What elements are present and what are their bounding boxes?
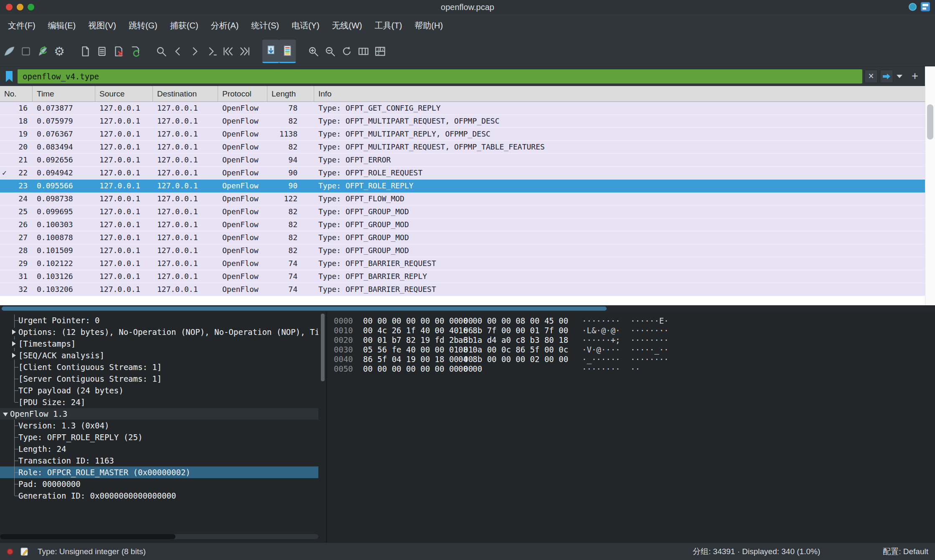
scrollbar-thumb[interactable] — [0, 534, 175, 539]
menu-capture[interactable]: 捕获(C) — [164, 14, 205, 37]
menu-telephony[interactable]: 电话(Y) — [285, 14, 326, 37]
packet-row[interactable]: 26 0.100303 127.0.0.1 127.0.0.1 OpenFlow… — [0, 218, 925, 231]
menu-analyze[interactable]: 分析(A) — [205, 14, 245, 37]
number-columns-button[interactable]: 123 — [372, 40, 389, 63]
detail-row[interactable]: Options: (12 bytes), No-Operation (NOP),… — [0, 326, 318, 338]
zoom-out-button[interactable] — [322, 40, 338, 63]
detail-row[interactable]: Urgent Pointer: 0 — [0, 314, 318, 326]
expand-right-icon[interactable] — [12, 353, 16, 358]
open-file-button[interactable] — [77, 40, 94, 63]
find-packet-button[interactable] — [153, 40, 170, 63]
scrollbar-thumb[interactable] — [927, 104, 933, 139]
restart-capture-button[interactable] — [34, 40, 51, 63]
column-header-length[interactable]: Length — [267, 86, 314, 101]
detail-row[interactable]: Pad: 00000000 — [0, 478, 318, 490]
detail-row[interactable]: [SEQ/ACK analysis] — [0, 350, 318, 361]
detail-row[interactable]: Generation ID: 0x0000000000000000 — [0, 490, 318, 502]
capture-options-button[interactable]: ⚙ — [51, 40, 68, 63]
packet-row-selected[interactable]: 23 0.095566 127.0.0.1 127.0.0.1 OpenFlow… — [0, 180, 925, 193]
detail-row[interactable]: TCP payload (24 bytes) — [0, 385, 318, 396]
detail-row[interactable]: [Server Contiguous Streams: 1] — [0, 373, 318, 385]
profile-status[interactable]: 配置: Default — [883, 546, 928, 557]
packet-row[interactable]: 28 0.101509 127.0.0.1 127.0.0.1 OpenFlow… — [0, 244, 925, 257]
detail-row-openflow[interactable]: OpenFlow 1.3 — [0, 408, 318, 420]
go-first-button[interactable] — [220, 40, 236, 63]
packet-row[interactable]: 16 0.073877 127.0.0.1 127.0.0.1 OpenFlow… — [0, 102, 925, 115]
detail-row[interactable]: [Client Contiguous Streams: 1] — [0, 361, 318, 373]
input-method-icon[interactable] — [921, 2, 930, 11]
packet-row[interactable]: 24 0.098738 127.0.0.1 127.0.0.1 OpenFlow… — [0, 193, 925, 205]
auto-scroll-button[interactable] — [262, 40, 279, 63]
resize-columns-button[interactable] — [355, 40, 372, 63]
go-to-packet-button[interactable] — [203, 40, 220, 63]
column-header-no[interactable]: No. — [0, 86, 33, 101]
filter-bar: openflow_v4.type × + — [0, 66, 935, 86]
go-forward-button[interactable] — [186, 40, 203, 63]
start-capture-button[interactable] — [1, 40, 18, 63]
filter-dropdown-caret[interactable] — [897, 75, 902, 78]
display-filter-input[interactable]: openflow_v4.type — [18, 69, 862, 84]
packet-list-vscrollbar[interactable] — [925, 86, 935, 305]
colorize-button[interactable] — [279, 40, 296, 63]
packet-bytes-pane[interactable]: 000000 00 00 00 00 00 00 0000 00 00 00 0… — [327, 312, 935, 542]
menu-tools[interactable]: 工具(T) — [368, 14, 409, 37]
close-file-button[interactable] — [110, 40, 127, 63]
detail-row[interactable]: Version: 1.3 (0x04) — [0, 420, 318, 431]
menu-file[interactable]: 文件(F) — [2, 14, 42, 37]
detail-row[interactable]: Length: 24 — [0, 443, 318, 455]
collapse-down-icon[interactable] — [3, 413, 8, 416]
column-header-destination[interactable]: Destination — [153, 86, 218, 101]
chevron-left-icon — [172, 45, 184, 58]
packet-row[interactable]: 25 0.099695 127.0.0.1 127.0.0.1 OpenFlow… — [0, 205, 925, 218]
zoom-reset-button[interactable] — [338, 40, 355, 63]
packet-row[interactable]: 32 0.103206 127.0.0.1 127.0.0.1 OpenFlow… — [0, 283, 925, 296]
bookmark-icon[interactable] — [4, 70, 14, 83]
zoom-reset-icon — [340, 45, 353, 58]
menu-edit[interactable]: 编辑(E) — [42, 14, 82, 37]
menubar: 文件(F) 编辑(E) 视图(V) 跳转(G) 捕获(C) 分析(A) 统计(S… — [0, 14, 935, 37]
scrollbar-thumb[interactable] — [2, 307, 607, 311]
go-last-button[interactable] — [236, 40, 253, 63]
packet-row[interactable]: 18 0.075979 127.0.0.1 127.0.0.1 OpenFlow… — [0, 115, 925, 128]
menu-go[interactable]: 跳转(G) — [122, 14, 164, 37]
resize-columns-icon — [357, 45, 370, 58]
clear-filter-button[interactable]: × — [864, 70, 878, 83]
reload-file-button[interactable] — [127, 40, 144, 63]
expert-info-icon[interactable] — [7, 548, 13, 555]
detail-row[interactable]: Type: OFPT_ROLE_REPLY (25) — [0, 431, 318, 443]
menu-wireless[interactable]: 无线(W) — [326, 14, 368, 37]
packet-row[interactable]: 27 0.100878 127.0.0.1 127.0.0.1 OpenFlow… — [0, 231, 925, 244]
packet-row[interactable]: 21 0.092656 127.0.0.1 127.0.0.1 OpenFlow… — [0, 154, 925, 167]
detail-row-selected[interactable]: Role: OFPCR_ROLE_MASTER (0x00000002) — [0, 466, 318, 478]
zoom-in-button[interactable] — [305, 40, 322, 63]
apply-filter-button[interactable] — [880, 70, 893, 83]
column-header-info[interactable]: Info — [314, 86, 925, 101]
column-header-time[interactable]: Time — [33, 86, 95, 101]
detail-row[interactable]: [Timestamps] — [0, 338, 318, 350]
go-back-button[interactable] — [170, 40, 186, 63]
annotation-icon[interactable] — [20, 547, 29, 556]
expand-right-icon[interactable] — [12, 341, 16, 346]
menu-statistics[interactable]: 统计(S) — [245, 14, 285, 37]
packet-list-hscrollbar[interactable] — [0, 305, 935, 312]
column-header-source[interactable]: Source — [95, 86, 153, 101]
tray-status-icon[interactable] — [909, 3, 917, 11]
menu-help[interactable]: 帮助(H) — [408, 14, 449, 37]
menu-view[interactable]: 视图(V) — [82, 14, 122, 37]
stop-capture-button[interactable] — [18, 40, 34, 63]
packet-row[interactable]: 19 0.076367 127.0.0.1 127.0.0.1 OpenFlow… — [0, 128, 925, 141]
details-hscrollbar[interactable] — [0, 534, 318, 539]
save-file-button[interactable] — [94, 40, 110, 63]
packet-row[interactable]: 29 0.102122 127.0.0.1 127.0.0.1 OpenFlow… — [0, 257, 925, 270]
details-vscrollbar[interactable] — [321, 314, 325, 381]
expand-right-icon[interactable] — [12, 329, 16, 334]
packet-row[interactable]: 31 0.103126 127.0.0.1 127.0.0.1 OpenFlow… — [0, 270, 925, 283]
packet-row[interactable]: ✓22 0.094942 127.0.0.1 127.0.0.1 OpenFlo… — [0, 167, 925, 180]
packet-list-body: 16 0.073877 127.0.0.1 127.0.0.1 OpenFlow… — [0, 102, 925, 305]
packet-row[interactable]: 20 0.083494 127.0.0.1 127.0.0.1 OpenFlow… — [0, 141, 925, 154]
detail-row[interactable]: Transaction ID: 1163 — [0, 455, 318, 466]
column-header-protocol[interactable]: Protocol — [218, 86, 267, 101]
detail-row[interactable]: [PDU Size: 24] — [0, 396, 318, 408]
filter-text: openflow_v4.type — [23, 72, 99, 81]
add-filter-button[interactable]: + — [907, 69, 922, 84]
